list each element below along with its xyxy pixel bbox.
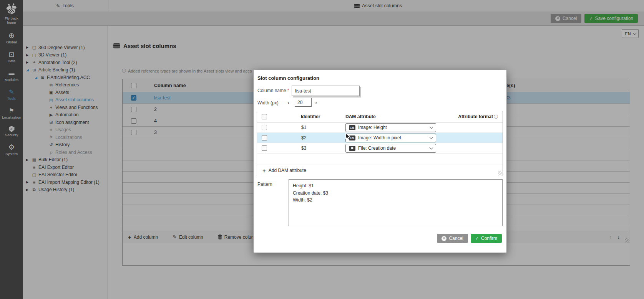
attr-row-checkbox[interactable] [262, 135, 267, 140]
identifier-cell: $1 [276, 125, 345, 130]
identifier-cell: $3 [276, 145, 345, 151]
dam-attribute-dropdown[interactable]: 123 Image: Width in pixel [345, 134, 436, 142]
add-plus-icon: + [262, 168, 266, 173]
dam-attribute-value: File: Creation date [358, 145, 427, 151]
identifier-header: Identifier [276, 114, 345, 119]
dam-attribute-header: DAM attribute [345, 114, 441, 119]
modal-cancel-button[interactable]: ✕ Cancel [437, 234, 468, 243]
circle-x-icon: ✕ [442, 236, 446, 241]
image-height-attribute-icon: 123 [349, 125, 355, 130]
attr-table-header: Identifier DAM attribute Attribute forma… [257, 111, 503, 122]
stepper-increase-icon[interactable]: › [315, 98, 317, 107]
column-name-label: Column name* [257, 88, 289, 93]
attribute-format-header: Attribute format ⓘ [441, 114, 503, 120]
dam-attribute-dropdown[interactable]: 123 Image: Height [345, 123, 436, 132]
dam-attribute-table: Identifier DAM attribute Attribute forma… [257, 111, 503, 176]
column-name-input[interactable] [292, 86, 360, 96]
modal-actions: ✕ Cancel ✓ Confirm [437, 234, 502, 243]
chevron-down-icon [430, 146, 433, 150]
attr-table-body: $1 123 Image: Height $2 [257, 122, 503, 154]
pattern-label: Pattern [257, 182, 272, 187]
modal-title: Slot column configuration [257, 75, 319, 81]
modal-confirm-button[interactable]: ✓ Confirm [471, 234, 502, 243]
image-width-attribute-icon: 123 [349, 135, 355, 140]
dam-attribute-dropdown[interactable]: ▦ File: Creation date [345, 144, 436, 153]
width-input[interactable] [295, 98, 312, 107]
required-asterisk: * [287, 88, 289, 93]
dam-attribute-value: Image: Width in pixel [358, 135, 427, 140]
check-icon: ✓ [475, 236, 479, 241]
chevron-down-icon [430, 135, 433, 139]
slot-column-configuration-modal: Slot column configuration Column name* W… [253, 70, 507, 253]
attr-row-checkbox[interactable] [262, 145, 267, 151]
dam-attribute-value: Image: Height [358, 125, 427, 130]
info-icon: ⓘ [494, 114, 498, 120]
attr-row-checkbox[interactable] [262, 125, 267, 130]
pattern-textarea[interactable]: Height: $1 Creation date: $3 Width: $2 [289, 179, 503, 226]
width-label: Width (px) [257, 100, 279, 106]
circle-x-icon: ✕ [443, 237, 446, 240]
chevron-down-icon [430, 125, 433, 129]
stepper-decrease-icon[interactable]: ‹ [287, 98, 289, 107]
file-creation-date-attribute-icon: ▦ [349, 146, 355, 151]
attr-row[interactable]: $1 123 Image: Height [257, 122, 503, 133]
identifier-cell: $2 [276, 135, 345, 140]
attr-select-all-checkbox[interactable] [262, 114, 267, 119]
attr-row[interactable]: $3 ▦ File: Creation date [257, 143, 503, 154]
add-dam-attribute-button[interactable]: + Add DAM attribute [257, 165, 503, 176]
attr-row[interactable]: $2 123 Image: Width in pixel [257, 133, 503, 143]
resize-grip-icon[interactable] [498, 171, 502, 175]
